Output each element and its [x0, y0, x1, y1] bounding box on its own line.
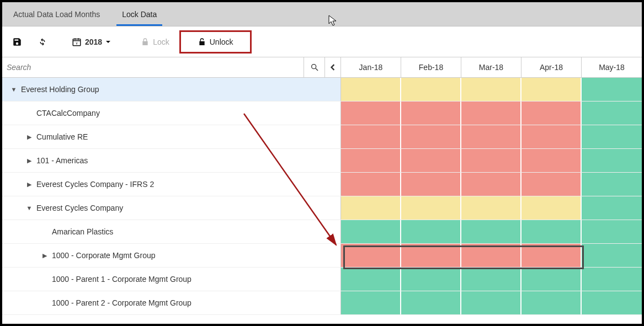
- grid-cell[interactable]: [401, 268, 461, 291]
- grid-cell[interactable]: [461, 173, 521, 196]
- grid-cell[interactable]: [521, 101, 582, 125]
- grid-cell[interactable]: [341, 196, 401, 220]
- grid-cell[interactable]: [401, 125, 461, 148]
- grid-cell[interactable]: [521, 196, 582, 220]
- lock-open-icon: [198, 38, 206, 46]
- grid-cell[interactable]: [461, 291, 521, 314]
- grid-cell[interactable]: [582, 149, 642, 172]
- grid-cell[interactable]: [401, 101, 461, 125]
- expander-down-icon[interactable]: ▼: [25, 205, 33, 211]
- grid-cell[interactable]: [582, 173, 642, 196]
- table-row: ▼Everest Holding Group: [2, 78, 642, 101]
- grid-cell[interactable]: [461, 196, 521, 220]
- grid-cell[interactable]: [582, 244, 642, 267]
- grid-cell[interactable]: [341, 268, 401, 291]
- tree-cell[interactable]: 1000 - Parent 2 - Corporate Mgmt Group: [2, 291, 341, 314]
- expander-right-icon[interactable]: ▶: [25, 133, 33, 141]
- scroll-left-button[interactable]: [325, 57, 340, 77]
- table-row: ▶Cumulative RE: [2, 125, 642, 149]
- save-button[interactable]: [7, 34, 28, 50]
- expander-right-icon[interactable]: ▶: [41, 252, 49, 259]
- col-header-jan[interactable]: Jan-18: [341, 57, 401, 77]
- grid-cell[interactable]: [521, 291, 582, 314]
- grid-cell[interactable]: [341, 173, 401, 196]
- grid-cell[interactable]: [521, 268, 582, 291]
- tree-cell[interactable]: ▶Cumulative RE: [2, 125, 341, 148]
- save-icon: [12, 37, 22, 47]
- tree-cell[interactable]: ▼Everest Cycles Company: [2, 196, 341, 220]
- expander-right-icon[interactable]: ▶: [25, 181, 33, 188]
- search-input[interactable]: [2, 57, 304, 77]
- year-label: 2018: [85, 38, 102, 46]
- grid-cell[interactable]: [521, 78, 582, 101]
- grid-cell[interactable]: [461, 220, 521, 243]
- year-picker[interactable]: Y 2018: [66, 34, 116, 50]
- tree-cell[interactable]: ▶1000 - Corporate Mgmt Group: [2, 244, 341, 267]
- grid-cell[interactable]: [521, 220, 582, 243]
- grid-cell[interactable]: [521, 125, 582, 148]
- tree-cell[interactable]: ▶101 - Americas: [2, 149, 341, 172]
- grid-cell[interactable]: [521, 149, 582, 172]
- grid-cell[interactable]: [582, 220, 642, 243]
- app-frame: Actual Data Load Months Lock Data Y 2018…: [0, 0, 644, 326]
- chevron-left-icon: [329, 64, 336, 71]
- grid-cell[interactable]: [582, 268, 642, 291]
- unlock-button[interactable]: Unlock: [182, 34, 249, 50]
- grid-cell[interactable]: [461, 268, 521, 291]
- grid-cell[interactable]: [341, 291, 401, 314]
- row-label: CTACalcCompany: [33, 109, 100, 117]
- grid-cell[interactable]: [401, 196, 461, 220]
- table-row: ▶1000 - Corporate Mgmt Group: [2, 244, 642, 268]
- grid-cell[interactable]: [461, 78, 521, 101]
- row-cells: [341, 244, 642, 267]
- grid-cell[interactable]: [401, 220, 461, 243]
- tree-cell[interactable]: CTACalcCompany: [2, 101, 341, 125]
- refresh-button[interactable]: [32, 34, 53, 50]
- grid-cell[interactable]: [401, 149, 461, 172]
- grid-cell[interactable]: [521, 244, 582, 267]
- expander-down-icon[interactable]: ▼: [10, 86, 18, 93]
- unlock-highlight: Unlock: [179, 30, 252, 54]
- grid-cell[interactable]: [461, 101, 521, 125]
- grid-cell[interactable]: [582, 101, 642, 125]
- grid-cell[interactable]: [582, 291, 642, 314]
- col-header-feb[interactable]: Feb-18: [401, 57, 461, 77]
- unlock-label: Unlock: [210, 38, 233, 46]
- row-label: Cumulative RE: [33, 132, 88, 141]
- grid-cell[interactable]: [401, 173, 461, 196]
- row-label: 1000 - Parent 2 - Corporate Mgmt Group: [49, 298, 191, 307]
- grid-cell[interactable]: [401, 244, 461, 267]
- tree-cell[interactable]: Amarican Plastics: [2, 220, 341, 243]
- refresh-icon: [38, 37, 47, 47]
- grid-cell[interactable]: [401, 78, 461, 101]
- grid-cell[interactable]: [582, 125, 642, 148]
- row-cells: [341, 101, 642, 125]
- grid-cell[interactable]: [401, 291, 461, 314]
- grid-cell[interactable]: [461, 244, 521, 267]
- table-row: ▼Everest Cycles Company: [2, 196, 642, 220]
- row-label: Everest Cycles Company - IFRS 2: [33, 180, 154, 189]
- col-header-apr[interactable]: Apr-18: [521, 57, 582, 77]
- row-label: 1000 - Parent 1 - Corporate Mgmt Group: [49, 275, 191, 284]
- search-button[interactable]: [304, 57, 325, 77]
- col-header-mar[interactable]: Mar-18: [461, 57, 521, 77]
- tree-cell[interactable]: 1000 - Parent 1 - Corporate Mgmt Group: [2, 268, 341, 291]
- grid-cell[interactable]: [521, 173, 582, 196]
- grid-cell[interactable]: [341, 220, 401, 243]
- tab-lock-data[interactable]: Lock Data: [111, 2, 168, 26]
- tree-cell[interactable]: ▶Everest Cycles Company - IFRS 2: [2, 173, 341, 196]
- grid-cell[interactable]: [461, 125, 521, 148]
- toolbar: Y 2018 Lock Unlock: [2, 26, 642, 57]
- tree-cell[interactable]: ▼Everest Holding Group: [2, 78, 341, 101]
- tab-actual-data-load-months[interactable]: Actual Data Load Months: [2, 2, 111, 26]
- grid-cell[interactable]: [341, 78, 401, 101]
- grid-cell[interactable]: [461, 149, 521, 172]
- grid-cell[interactable]: [341, 244, 401, 267]
- col-header-may[interactable]: May-18: [582, 57, 642, 77]
- grid-cell[interactable]: [341, 125, 401, 148]
- grid-cell[interactable]: [582, 196, 642, 220]
- expander-right-icon[interactable]: ▶: [25, 157, 33, 164]
- grid-cell[interactable]: [341, 149, 401, 172]
- grid-cell[interactable]: [582, 78, 642, 101]
- grid-cell[interactable]: [341, 101, 401, 125]
